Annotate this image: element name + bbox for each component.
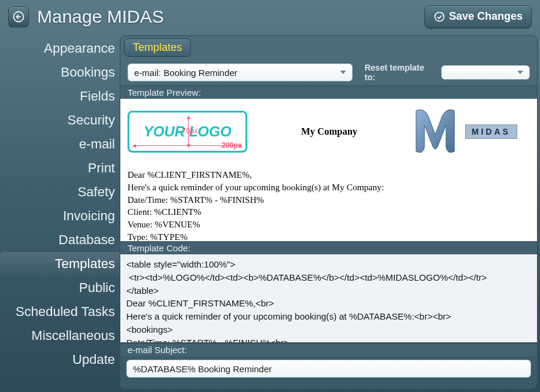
sidebar-item-scheduled-tasks[interactable]: Scheduled Tasks — [0, 300, 120, 324]
preview-line: Here's a quick reminder of your upcoming… — [128, 182, 530, 193]
sidebar-item-invoicing[interactable]: Invoicing — [0, 204, 120, 228]
back-button[interactable] — [8, 7, 29, 27]
sidebar-item-print[interactable]: Print — [0, 156, 120, 180]
reset-template-select[interactable] — [441, 65, 530, 80]
check-circle-icon — [433, 11, 445, 23]
save-changes-label: Save Changes — [449, 10, 523, 23]
midas-m-icon — [411, 105, 459, 159]
sidebar-item-label: Update — [72, 352, 115, 367]
template-select[interactable]: e-mail: Booking Reminder — [128, 63, 353, 81]
preview-line: Date/Time: %START% - %FINISH% — [128, 195, 530, 206]
sidebar-item-label: Fields — [80, 89, 115, 104]
your-logo-placeholder: YOUR LOGO 70px 200px — [128, 111, 247, 153]
sidebar-item-bookings[interactable]: Bookings — [0, 60, 120, 84]
reset-template-label: Reset template to: — [365, 63, 436, 82]
page-title: Manage MIDAS — [37, 7, 164, 27]
sidebar-item-label: Print — [88, 160, 115, 176]
sidebar-item-public[interactable]: Public — [0, 276, 120, 300]
sidebar-item-label: Templates — [55, 256, 115, 272]
sidebar-item-label: Invoicing — [63, 208, 115, 224]
main-panel: Templates e-mail: Booking Reminder Reset… — [120, 35, 538, 390]
template-preview-label: Template Preview: — [120, 86, 537, 99]
sidebar-item-appearance[interactable]: Appearance — [0, 37, 120, 60]
preview-line: Venue: %VENUE% — [128, 219, 530, 230]
sidebar-item-label: Security — [68, 113, 115, 128]
sidebar-item-update[interactable]: Update — [0, 348, 120, 372]
sidebar-item-label: Safety — [78, 184, 115, 200]
sidebar-item-label: Scheduled Tasks — [16, 304, 115, 320]
company-name: My Company — [301, 126, 357, 137]
tab-templates[interactable]: Templates — [124, 38, 191, 57]
settings-sidebar: Appearance Bookings Fields Security e-ma… — [0, 33, 120, 392]
sidebar-item-templates[interactable]: Templates — [0, 252, 120, 276]
email-subject-label: e-mail Subject: — [120, 343, 537, 356]
your-logo-text: YOUR LOGO — [144, 123, 232, 140]
email-subject-input[interactable]: %DATABASE% Booking Reminder — [126, 360, 531, 378]
sidebar-item-label: Miscellaneous — [32, 328, 115, 344]
sidebar-item-safety[interactable]: Safety — [0, 180, 120, 204]
midas-badge: MIDAS — [465, 124, 517, 139]
preview-line: Client: %CLIENT% — [128, 206, 530, 218]
midas-logo: MIDAS — [411, 105, 517, 159]
sidebar-item-miscellaneous[interactable]: Miscellaneous — [0, 324, 120, 348]
template-preview: YOUR LOGO 70px 200px My Company — [120, 99, 537, 241]
sidebar-item-label: Database — [59, 232, 115, 248]
svg-point-2 — [435, 12, 444, 21]
sidebar-item-email[interactable]: e-mail — [0, 132, 120, 156]
template-code-label: Template Code: — [120, 241, 537, 254]
sidebar-item-fields[interactable]: Fields — [0, 84, 120, 108]
tab-label: Templates — [133, 41, 182, 53]
sidebar-item-label: e-mail — [79, 136, 115, 152]
preview-body: Dear %CLIENT_FIRSTNAME%, Here's a quick … — [128, 169, 530, 241]
sidebar-item-database[interactable]: Database — [0, 228, 120, 252]
sidebar-item-label: Public — [79, 280, 115, 296]
save-changes-button[interactable]: Save Changes — [424, 5, 532, 28]
header: Manage MIDAS Save Changes — [0, 0, 540, 33]
email-subject-value: %DATABASE% Booking Reminder — [133, 364, 272, 374]
sidebar-item-security[interactable]: Security — [0, 108, 120, 132]
sidebar-item-label: Bookings — [60, 65, 115, 80]
preview-line: Dear %CLIENT_FIRSTNAME%, — [128, 169, 530, 181]
arrow-left-circle-icon — [12, 10, 25, 23]
template-select-value: e-mail: Booking Reminder — [134, 68, 238, 78]
preview-line: Type: %TYPE% — [128, 232, 530, 241]
template-code-editor[interactable]: <table style="width:100%"> <tr><td>%LOGO… — [120, 254, 537, 343]
sidebar-item-label: Appearance — [44, 41, 115, 56]
